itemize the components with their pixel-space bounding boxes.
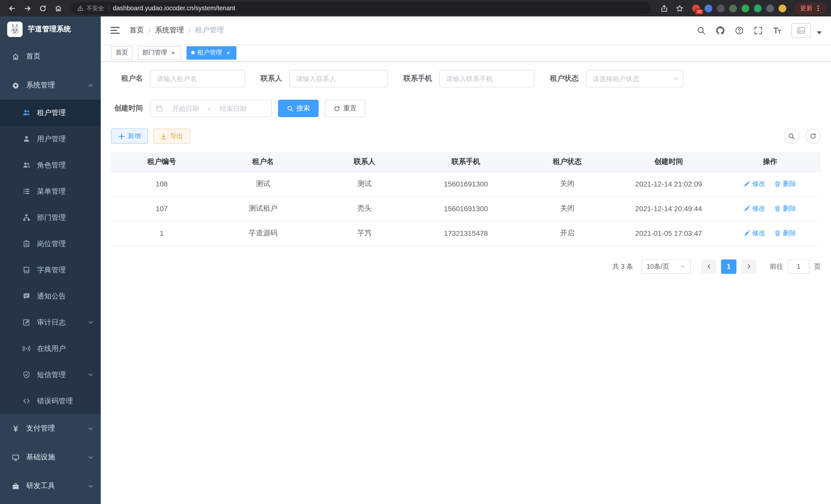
wifi-icon [22, 345, 30, 353]
tenant-status-input[interactable] [586, 70, 684, 87]
extension-green-square-icon[interactable] [754, 4, 762, 12]
create-time-label: 创建时间 [111, 104, 143, 113]
delete-link[interactable]: 删除 [775, 229, 796, 238]
page-number-button[interactable]: 1 [721, 259, 737, 274]
sidebar-item-system[interactable]: 系统管理 [0, 71, 101, 100]
breadcrumb-item[interactable]: 系统管理 [155, 26, 184, 35]
sidebar-item-error-code[interactable]: 错误码管理 [0, 388, 101, 414]
delete-link[interactable]: 删除 [775, 179, 796, 188]
extension-red-icon[interactable]: 10 [692, 4, 700, 12]
sidebar-item-menu[interactable]: 菜单管理 [0, 178, 101, 205]
sidebar-item-devtool[interactable]: 研发工具 [0, 472, 101, 500]
extension-blue-icon[interactable] [705, 4, 712, 12]
start-date-input[interactable] [165, 105, 206, 112]
table-row: 108测试测试15601691300关闭2021-12-14 21:02:09修… [111, 172, 821, 196]
back-icon[interactable] [5, 2, 19, 15]
sidebar-item-sms[interactable]: 短信管理 [0, 362, 101, 388]
chevron-down-icon [680, 264, 686, 269]
fullscreen-icon[interactable] [753, 26, 763, 35]
sidebar-item-online-user[interactable]: 在线用户 [0, 335, 101, 362]
contact-input[interactable] [289, 70, 388, 87]
sidebar-item-label: 部门管理 [37, 213, 93, 222]
cell-name: 测试租户 [212, 196, 314, 221]
search-icon[interactable] [696, 26, 706, 35]
sidebar-item-dict[interactable]: 字典管理 [0, 257, 101, 283]
menu-list-icon [22, 187, 30, 196]
export-button[interactable]: 导出 [153, 128, 190, 144]
extension-dark-icon[interactable] [717, 4, 725, 12]
tenant-status-select[interactable] [586, 70, 684, 87]
sidebar-item-infra[interactable]: 基础设施 [0, 443, 101, 472]
extension-profile-icon[interactable] [779, 4, 786, 12]
hamburger-icon[interactable] [110, 25, 120, 35]
table-head-row: 租户编号租户名联系人联系手机租户状态创建时间操作 [111, 152, 821, 172]
refresh-button[interactable] [805, 128, 821, 144]
cell-id: 107 [111, 196, 212, 221]
tab-tenant[interactable]: 租户管理× [187, 46, 236, 59]
sidebar-item-home[interactable]: 首页 [0, 42, 101, 71]
status-field: 租户状态 [550, 70, 684, 87]
extension-puzzle-icon[interactable] [766, 4, 774, 12]
add-button[interactable]: 新增 [111, 128, 148, 144]
sidebar-item-dept[interactable]: 部门管理 [0, 205, 101, 231]
cell-status: 开启 [516, 221, 618, 245]
bookmark-star-icon[interactable] [673, 2, 686, 15]
prev-page-button[interactable] [701, 259, 716, 274]
tab-close-icon[interactable]: × [170, 49, 177, 56]
tenant-name-label: 租户名 [111, 74, 143, 83]
tab-home[interactable]: 首页 [111, 46, 133, 59]
logo-image [7, 22, 23, 37]
font-size-icon[interactable] [772, 26, 782, 35]
end-date-input[interactable] [212, 105, 254, 112]
github-icon[interactable] [715, 26, 725, 35]
chevron-down-icon [88, 483, 93, 489]
tenant-name-input[interactable] [150, 70, 245, 87]
reload-icon[interactable] [36, 2, 49, 15]
tab-dept[interactable]: 部门管理× [138, 46, 181, 59]
tab-close-icon[interactable]: × [225, 49, 232, 56]
extension-green-check-icon[interactable] [742, 4, 749, 12]
edit-link[interactable]: 修改 [744, 204, 766, 213]
search-button[interactable]: 搜索 [278, 100, 319, 117]
goto-page-input[interactable] [788, 259, 809, 274]
delete-link[interactable]: 删除 [775, 204, 796, 213]
home-icon [11, 52, 20, 61]
sidebar-item-label: 通知公告 [37, 292, 93, 301]
sidebar-item-post[interactable]: 岗位管理 [0, 231, 101, 257]
forward-icon[interactable] [21, 2, 34, 15]
sidebar-item-role[interactable]: 角色管理 [0, 152, 101, 178]
avatar[interactable] [792, 23, 811, 38]
sidebar-item-audit-log[interactable]: 审计日志 [0, 309, 101, 335]
edit-link[interactable]: 修改 [744, 179, 766, 188]
cell-actions: 修改删除 [719, 221, 821, 245]
edit-link[interactable]: 修改 [744, 229, 766, 238]
sidebar-item-notice[interactable]: 通知公告 [0, 283, 101, 309]
calendar-icon [156, 105, 163, 112]
breadcrumb-item[interactable]: 首页 [130, 26, 144, 35]
sidebar-item-pay[interactable]: 支付管理 [0, 414, 101, 443]
cell-phone: 15601691300 [415, 196, 517, 221]
cell-contact: 秃头 [314, 196, 415, 221]
security-chip[interactable]: 不安全 [77, 4, 104, 12]
help-icon[interactable] [735, 26, 744, 35]
create-time-range-picker[interactable]: - [150, 100, 272, 117]
toggle-search-button[interactable] [784, 128, 799, 144]
share-icon[interactable] [657, 2, 671, 15]
caret-down-icon[interactable] [816, 31, 822, 35]
phone-input[interactable] [439, 70, 535, 87]
update-button[interactable]: 更新 [795, 2, 826, 14]
address-bar[interactable]: 不安全 dashboard.yudao.iocoder.cn/system/te… [71, 2, 651, 14]
sidebar-item-label: 错误码管理 [37, 396, 93, 406]
menu-dots-icon[interactable] [814, 5, 822, 12]
page-size-select[interactable]: 10条/页 [641, 259, 691, 274]
delete-label: 删除 [783, 179, 796, 188]
export-button-label: 导出 [170, 132, 183, 141]
extension-olive-icon[interactable] [729, 4, 737, 12]
sidebar-item-tenant[interactable]: 租户管理 [0, 100, 101, 126]
table-column-header: 租户名 [212, 152, 314, 172]
home-button-icon[interactable] [51, 2, 65, 15]
app-logo[interactable]: 芋道管理系统 [0, 17, 101, 42]
sidebar-item-user[interactable]: 用户管理 [0, 126, 101, 152]
reset-button[interactable]: 重置 [325, 100, 365, 117]
next-page-button[interactable] [741, 259, 756, 274]
